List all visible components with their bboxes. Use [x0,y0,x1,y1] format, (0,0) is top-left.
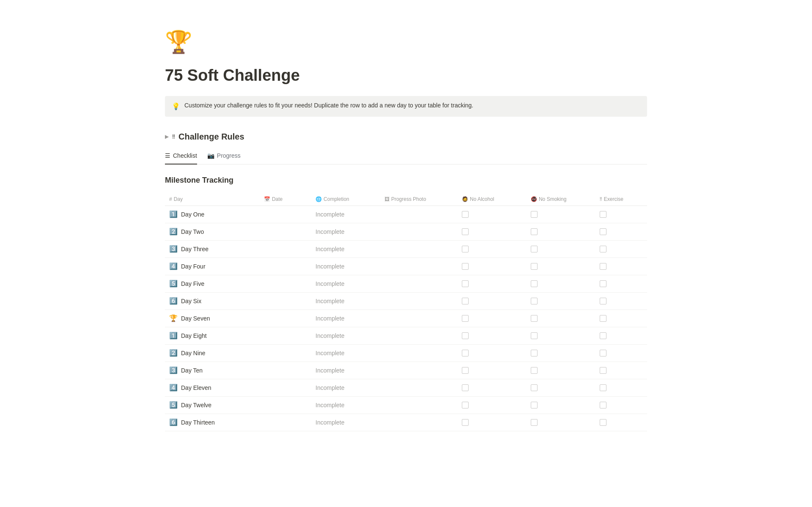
day-cell-10[interactable]: 4️⃣Day Eleven [165,379,260,397]
exercise-cell-4 [595,275,647,293]
exercise-checkbox-12[interactable] [600,419,606,426]
progress-photo-cell-9[interactable] [380,362,458,379]
progress-photo-cell-4[interactable] [380,275,458,293]
completion-cell-0[interactable]: Incomplete [311,206,380,223]
progress-photo-cell-1[interactable] [380,223,458,241]
no-alcohol-checkbox-11[interactable] [462,402,469,408]
section-toggle[interactable]: ▶ [165,133,169,140]
date-cell-8[interactable] [260,345,311,362]
exercise-checkbox-7[interactable] [600,332,606,339]
date-cell-11[interactable] [260,397,311,414]
completion-cell-11[interactable]: Incomplete [311,397,380,414]
exercise-checkbox-3[interactable] [600,263,606,270]
tab-progress[interactable]: 📷 Progress [207,151,241,164]
no-alcohol-checkbox-4[interactable] [462,280,469,287]
date-cell-2[interactable] [260,241,311,258]
exercise-checkbox-10[interactable] [600,384,606,391]
day-cell-5[interactable]: 6️⃣Day Six [165,293,260,310]
col-icon-progress-photo: 🖼 [384,196,390,202]
completion-cell-4[interactable]: Incomplete [311,275,380,293]
no-smoking-checkbox-3[interactable] [531,263,538,270]
progress-photo-cell-3[interactable] [380,258,458,275]
progress-photo-cell-2[interactable] [380,241,458,258]
progress-photo-cell-10[interactable] [380,379,458,397]
no-alcohol-cell-7 [458,327,527,345]
no-alcohol-checkbox-12[interactable] [462,419,469,426]
exercise-checkbox-4[interactable] [600,280,606,287]
exercise-checkbox-8[interactable] [600,350,606,356]
exercise-checkbox-2[interactable] [600,246,606,252]
completion-cell-10[interactable]: Incomplete [311,379,380,397]
date-cell-6[interactable] [260,310,311,327]
completion-cell-3[interactable]: Incomplete [311,258,380,275]
no-smoking-checkbox-12[interactable] [531,419,538,426]
date-cell-5[interactable] [260,293,311,310]
no-alcohol-checkbox-10[interactable] [462,384,469,391]
completion-cell-12[interactable]: Incomplete [311,414,380,431]
completion-cell-2[interactable]: Incomplete [311,241,380,258]
completion-cell-1[interactable]: Incomplete [311,223,380,241]
no-smoking-checkbox-2[interactable] [531,246,538,252]
no-alcohol-checkbox-9[interactable] [462,367,469,374]
day-cell-6[interactable]: 🏆Day Seven [165,310,260,327]
no-alcohol-checkbox-5[interactable] [462,298,469,304]
date-cell-0[interactable] [260,206,311,223]
exercise-checkbox-0[interactable] [600,211,606,218]
no-alcohol-checkbox-0[interactable] [462,211,469,218]
progress-photo-cell-12[interactable] [380,414,458,431]
exercise-checkbox-9[interactable] [600,367,606,374]
completion-cell-6[interactable]: Incomplete [311,310,380,327]
no-alcohol-checkbox-2[interactable] [462,246,469,252]
date-cell-7[interactable] [260,327,311,345]
progress-photo-cell-11[interactable] [380,397,458,414]
date-cell-4[interactable] [260,275,311,293]
day-cell-0[interactable]: 1️⃣Day One [165,206,260,223]
day-cell-3[interactable]: 4️⃣Day Four [165,258,260,275]
no-smoking-checkbox-6[interactable] [531,315,538,322]
date-cell-10[interactable] [260,379,311,397]
exercise-checkbox-6[interactable] [600,315,606,322]
no-smoking-checkbox-1[interactable] [531,228,538,235]
completion-cell-8[interactable]: Incomplete [311,345,380,362]
no-smoking-checkbox-11[interactable] [531,402,538,408]
no-smoking-checkbox-0[interactable] [531,211,538,218]
day-cell-12[interactable]: 6️⃣Day Thirteen [165,414,260,431]
no-smoking-checkbox-8[interactable] [531,350,538,356]
no-alcohol-checkbox-3[interactable] [462,263,469,270]
completion-cell-7[interactable]: Incomplete [311,327,380,345]
day-cell-7[interactable]: 1️⃣Day Eight [165,327,260,345]
col-icon-day: # [169,196,172,202]
tab-checklist[interactable]: ☰ Checklist [165,151,197,164]
exercise-checkbox-1[interactable] [600,228,606,235]
no-smoking-checkbox-9[interactable] [531,367,538,374]
date-cell-1[interactable] [260,223,311,241]
no-smoking-checkbox-10[interactable] [531,384,538,391]
no-alcohol-checkbox-8[interactable] [462,350,469,356]
completion-cell-5[interactable]: Incomplete [311,293,380,310]
no-smoking-checkbox-4[interactable] [531,280,538,287]
no-alcohol-checkbox-7[interactable] [462,332,469,339]
progress-photo-cell-8[interactable] [380,345,458,362]
no-alcohol-checkbox-6[interactable] [462,315,469,322]
day-cell-2[interactable]: 3️⃣Day Three [165,241,260,258]
day-cell-11[interactable]: 5️⃣Day Twelve [165,397,260,414]
date-cell-9[interactable] [260,362,311,379]
exercise-checkbox-5[interactable] [600,298,606,304]
progress-photo-cell-0[interactable] [380,206,458,223]
trophy-icon: 🏆 [165,25,647,58]
progress-photo-cell-5[interactable] [380,293,458,310]
day-cell-4[interactable]: 5️⃣Day Five [165,275,260,293]
no-smoking-checkbox-5[interactable] [531,298,538,304]
day-cell-9[interactable]: 3️⃣Day Ten [165,362,260,379]
exercise-checkbox-11[interactable] [600,402,606,408]
no-alcohol-checkbox-1[interactable] [462,228,469,235]
day-cell-8[interactable]: 2️⃣Day Nine [165,345,260,362]
day-cell-1[interactable]: 2️⃣Day Two [165,223,260,241]
completion-cell-9[interactable]: Incomplete [311,362,380,379]
table-row: 5️⃣Day FiveIncomplete [165,275,647,293]
no-smoking-checkbox-7[interactable] [531,332,538,339]
progress-photo-cell-6[interactable] [380,310,458,327]
date-cell-12[interactable] [260,414,311,431]
date-cell-3[interactable] [260,258,311,275]
progress-photo-cell-7[interactable] [380,327,458,345]
